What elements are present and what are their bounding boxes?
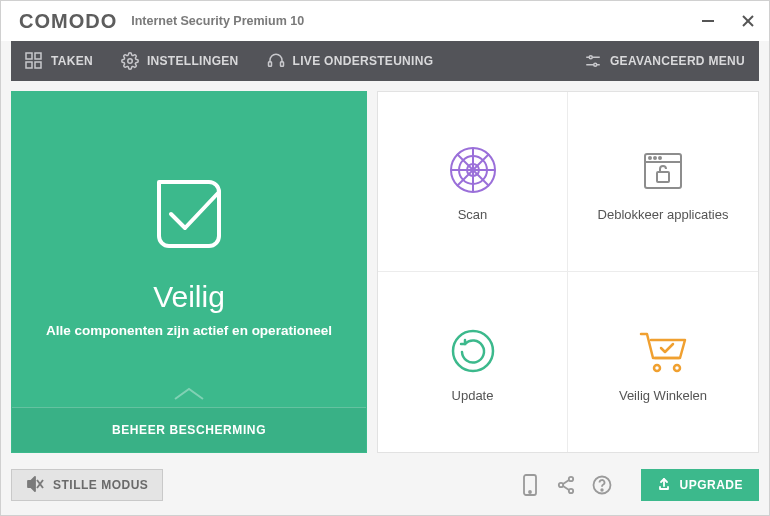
svg-point-23	[649, 157, 651, 159]
title-bar: COMODO Internet Security Premium 10	[1, 1, 769, 41]
menu-label: GEAVANCEERD MENU	[610, 54, 745, 68]
menu-bar: TAKEN INSTELLINGEN LIVE ONDERSTEUNING GE…	[11, 41, 759, 81]
svg-rect-26	[657, 172, 669, 182]
svg-point-36	[569, 489, 573, 493]
svg-point-24	[654, 157, 656, 159]
action-update[interactable]: Update	[378, 272, 568, 452]
svg-point-33	[529, 491, 531, 493]
svg-rect-4	[35, 53, 41, 59]
svg-rect-8	[268, 62, 271, 67]
menu-label: TAKEN	[51, 54, 93, 68]
close-button[interactable]	[739, 12, 757, 30]
svg-point-13	[594, 63, 597, 66]
svg-point-25	[659, 157, 661, 159]
silent-label: STILLE MODUS	[53, 478, 148, 492]
silent-mode-button[interactable]: STILLE MODUS	[11, 469, 163, 501]
minimize-button[interactable]	[699, 12, 717, 30]
help-icon[interactable]	[591, 474, 613, 496]
action-label: Deblokkeer applicaties	[598, 207, 729, 222]
brand-logo: COMODO	[19, 10, 117, 33]
check-shield-icon	[139, 164, 239, 268]
action-label: Scan	[458, 207, 488, 222]
menu-tasks[interactable]: TAKEN	[11, 41, 107, 81]
sliders-icon	[584, 52, 602, 70]
svg-point-40	[602, 489, 604, 491]
manage-label: BEHEER BESCHERMING	[112, 423, 266, 437]
grid-icon	[25, 52, 43, 70]
mute-icon	[26, 476, 44, 495]
svg-line-37	[563, 480, 569, 484]
svg-rect-3	[26, 53, 32, 59]
svg-point-27	[453, 331, 493, 371]
unlock-app-icon	[637, 141, 689, 199]
svg-rect-9	[280, 62, 283, 67]
status-card: Veilig Alle componenten zijn actief en o…	[11, 91, 367, 453]
status-title: Veilig	[153, 280, 225, 314]
svg-point-29	[674, 365, 680, 371]
svg-point-35	[569, 477, 573, 481]
mobile-icon[interactable]	[519, 474, 541, 496]
svg-rect-5	[26, 62, 32, 68]
upgrade-button[interactable]: UPGRADE	[641, 469, 759, 501]
gear-icon	[121, 52, 139, 70]
svg-line-38	[563, 486, 569, 490]
share-icon[interactable]	[555, 474, 577, 496]
headset-icon	[267, 52, 285, 70]
menu-label: LIVE ONDERSTEUNING	[293, 54, 434, 68]
actions-grid: Scan Deblokkeer applicaties	[377, 91, 759, 453]
refresh-icon	[448, 322, 498, 380]
svg-rect-6	[35, 62, 41, 68]
svg-point-34	[559, 483, 563, 487]
upgrade-label: UPGRADE	[679, 478, 743, 492]
action-label: Veilig Winkelen	[619, 388, 707, 403]
product-name: Internet Security Premium 10	[131, 14, 304, 28]
radar-icon	[447, 141, 499, 199]
menu-label: INSTELLINGEN	[147, 54, 239, 68]
action-scan[interactable]: Scan	[378, 92, 568, 272]
action-safe-shop[interactable]: Veilig Winkelen	[568, 272, 758, 452]
bottom-bar: STILLE MODUS UPGRADE	[1, 463, 769, 507]
status-subtitle: Alle componenten zijn actief en operatio…	[46, 322, 332, 341]
menu-settings[interactable]: INSTELLINGEN	[107, 41, 253, 81]
menu-advanced[interactable]: GEAVANCEERD MENU	[570, 41, 759, 81]
action-label: Update	[452, 388, 494, 403]
upload-icon	[657, 477, 671, 494]
svg-point-11	[589, 56, 592, 59]
cart-check-icon	[635, 322, 691, 380]
chevron-up-icon	[171, 385, 207, 407]
svg-point-28	[654, 365, 660, 371]
manage-protection-button[interactable]: BEHEER BESCHERMING	[12, 407, 366, 452]
action-unblock[interactable]: Deblokkeer applicaties	[568, 92, 758, 272]
svg-point-7	[128, 59, 133, 64]
menu-live-support[interactable]: LIVE ONDERSTEUNING	[253, 41, 448, 81]
